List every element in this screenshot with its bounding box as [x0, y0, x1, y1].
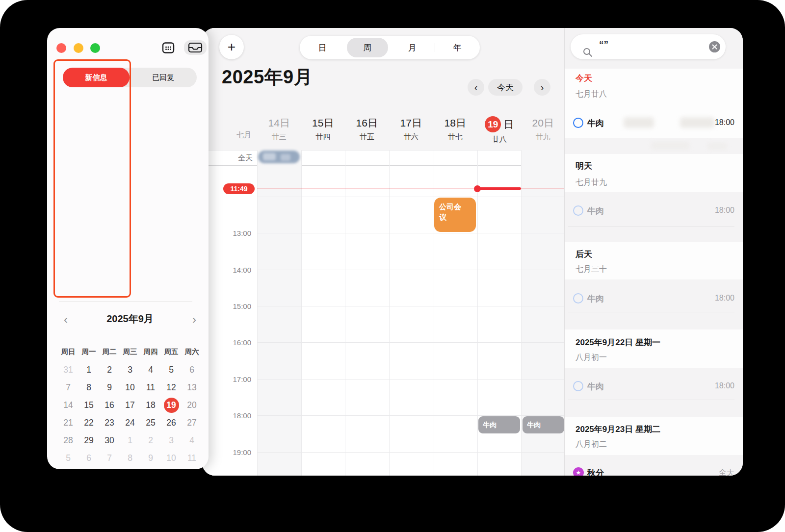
add-event-button[interactable]: + [219, 35, 244, 59]
day-header-15[interactable]: 15日 廿四 [301, 116, 345, 143]
mini-date[interactable]: 22 [78, 414, 99, 431]
mini-date[interactable]: 3 [161, 431, 182, 449]
mini-date[interactable]: 8 [78, 379, 99, 396]
tab-week-view[interactable]: 周 [345, 42, 390, 53]
today-button[interactable]: 今天 [488, 79, 523, 96]
reminder-checkbox[interactable] [573, 293, 583, 304]
mini-date[interactable]: 26 [161, 414, 182, 431]
day-header-20[interactable]: 20日 廿九 [521, 116, 565, 143]
mini-date[interactable]: 1 [78, 361, 99, 379]
minimize-button[interactable] [74, 43, 83, 53]
reminder-checkbox[interactable] [573, 118, 583, 128]
event-time: 18:00 [715, 294, 734, 303]
mini-date[interactable]: 10 [120, 379, 140, 396]
weekday-label: 周三 [120, 343, 140, 360]
weekend-shade-sunday [257, 150, 301, 476]
tab-replied[interactable]: 已回复 [130, 68, 197, 87]
mini-date[interactable]: 5 [161, 361, 182, 379]
blur-shape [263, 153, 276, 160]
mini-date[interactable]: 31 [58, 361, 78, 379]
search-icon [582, 47, 593, 58]
mini-calendar-title: 2025年9月 [58, 312, 202, 326]
inbox-glyph [188, 42, 203, 53]
mini-date[interactable]: 4 [182, 431, 202, 449]
mini-date[interactable]: 7 [58, 379, 78, 396]
calendar-glyph [162, 42, 175, 54]
divider [59, 302, 192, 302]
mini-date[interactable]: 11 [140, 379, 161, 396]
event-beef-sat[interactable]: 牛肉 [523, 416, 564, 433]
calendar-icon[interactable] [161, 41, 176, 54]
today-date-badge: 19 [485, 116, 501, 132]
mini-date[interactable]: 27 [182, 414, 202, 431]
reminder-checkbox[interactable] [573, 205, 583, 216]
events-sidebar-panel: “” 今天 七月廿八 牛肉 18:00 [564, 28, 743, 476]
inbox-icon[interactable] [184, 40, 207, 55]
screenshot-canvas: + 日 周 月 年 2025年9月 ‹ 今天 › 七月 14日 廿三 15日 廿… [0, 0, 785, 532]
list-item-holiday[interactable]: ★ 秋分 全天 [565, 464, 743, 476]
mini-date-today[interactable]: 19 [161, 396, 182, 414]
day-header-17[interactable]: 17日 廿六 [389, 116, 433, 143]
day-header-16[interactable]: 16日 廿五 [345, 116, 389, 143]
mini-date[interactable]: 6 [78, 449, 99, 467]
mini-date[interactable]: 2 [140, 431, 161, 449]
event-beef-fri[interactable]: 牛肉 [478, 416, 520, 433]
day-header-14[interactable]: 14日 廿三 [257, 116, 301, 143]
event-time: 18:00 [715, 206, 734, 215]
mini-date[interactable]: 7 [99, 449, 120, 467]
prev-week-button[interactable]: ‹ [468, 79, 484, 96]
day-header-18[interactable]: 18日 廿七 [433, 116, 477, 143]
time-label: 19:00 [202, 448, 251, 456]
mini-date[interactable]: 24 [120, 414, 140, 431]
tab-month-view[interactable]: 月 [390, 42, 435, 53]
mini-date[interactable]: 14 [58, 396, 78, 414]
zoom-button[interactable] [90, 43, 100, 53]
close-button[interactable] [56, 43, 66, 53]
mini-date[interactable]: 4 [140, 361, 161, 379]
mini-date[interactable]: 11 [182, 449, 202, 467]
clear-search-icon[interactable] [709, 41, 720, 52]
gutter-month-label: 七月 [202, 129, 251, 141]
mini-next-month-button[interactable]: › [192, 313, 196, 327]
mini-date[interactable]: 2 [99, 361, 120, 379]
allday-label: 全天 [202, 153, 253, 163]
hour-line [257, 197, 564, 197]
mini-date[interactable]: 5 [58, 449, 78, 467]
next-week-button[interactable]: › [534, 79, 550, 96]
mini-date[interactable]: 6 [182, 361, 202, 379]
mini-date[interactable]: 18 [140, 396, 161, 414]
mini-calendar-weekdays: 周日 周一 周二 周三 周四 周五 周六 [58, 343, 202, 360]
list-item-reminder[interactable]: 牛肉 18:00 [565, 290, 743, 307]
search-query-text: “” [599, 39, 608, 50]
mini-date[interactable]: 29 [78, 431, 99, 449]
mini-date[interactable]: 3 [120, 361, 140, 379]
mini-date[interactable]: 30 [99, 431, 120, 449]
grid-line [301, 150, 302, 476]
mini-date[interactable]: 25 [140, 414, 161, 431]
event-company-meeting[interactable]: 公司会议 [434, 198, 476, 232]
mini-date[interactable]: 20 [182, 396, 202, 414]
mini-date[interactable]: 15 [78, 396, 99, 414]
mini-date[interactable]: 9 [99, 379, 120, 396]
search-input[interactable]: “” [571, 34, 726, 59]
tab-year-view[interactable]: 年 [435, 42, 480, 53]
mini-date[interactable]: 17 [120, 396, 140, 414]
tab-day-view[interactable]: 日 [300, 42, 345, 53]
mini-date[interactable]: 28 [58, 431, 78, 449]
mini-date[interactable]: 8 [120, 449, 140, 467]
current-time-line-today [477, 187, 521, 190]
mini-date[interactable]: 16 [99, 396, 120, 414]
mini-date[interactable]: 1 [120, 431, 140, 449]
day-header-19-today[interactable]: 19 日 廿八 [477, 116, 522, 145]
mini-date[interactable]: 21 [58, 414, 78, 431]
mini-date[interactable]: 9 [140, 449, 161, 467]
mini-date[interactable]: 10 [161, 449, 182, 467]
mini-date[interactable]: 12 [161, 379, 182, 396]
list-item-reminder[interactable]: 牛肉 18:00 [565, 115, 743, 131]
list-item-reminder[interactable]: 牛肉 18:00 [565, 378, 743, 395]
mini-date[interactable]: 13 [182, 379, 202, 396]
reminder-checkbox[interactable] [573, 381, 583, 391]
list-item-reminder[interactable]: 牛肉 18:00 [565, 203, 743, 219]
mini-date[interactable]: 23 [99, 414, 120, 431]
allday-event-blurred[interactable] [258, 151, 300, 163]
